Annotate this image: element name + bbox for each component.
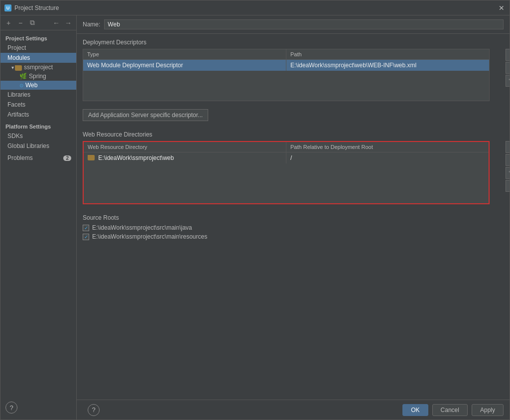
- title-bar-left: U Project Structure: [4, 4, 59, 11]
- add-module-button[interactable]: +: [3, 18, 13, 28]
- deployment-descriptors-table-wrapper: Type Path Web Module Deployment Descript…: [83, 49, 490, 101]
- footer-buttons: OK Cancel Apply: [402, 404, 504, 416]
- sidebar-item-global-libraries[interactable]: Global Libraries: [0, 141, 76, 151]
- web-resource-side-buttons: + − ✎ ?: [506, 141, 510, 192]
- source-root-checkbox-java[interactable]: ✓: [83, 225, 89, 231]
- web-resource-table: Web Resource Directory Path Relative to …: [83, 141, 490, 204]
- source-roots-section: Source Roots ✓ E:\ideaWork\ssmproject\sr…: [77, 209, 510, 247]
- col-path-header: Path: [286, 49, 489, 59]
- problems-label: Problems: [7, 154, 33, 161]
- web-resource-title: Web Resource Directories: [83, 131, 504, 138]
- web-resource-dir-cell: E:\ideaWork\ssmproject\web: [84, 152, 286, 163]
- sidebar-toolbar: + − ⧉ ← →: [0, 15, 76, 30]
- col-type-header: Type: [83, 49, 286, 59]
- footer: ? OK Cancel Apply: [77, 400, 510, 420]
- content-area: + − ⧉ ← → Project Settings Project Modul…: [0, 15, 510, 420]
- sidebar-item-libraries-label: Libraries: [7, 91, 30, 98]
- apply-button[interactable]: Apply: [472, 404, 504, 416]
- title-bar: U Project Structure ✕: [0, 0, 510, 15]
- sidebar-help-button[interactable]: ?: [5, 402, 17, 414]
- remove-web-resource-btn[interactable]: −: [506, 154, 510, 166]
- platform-settings-label: Platform Settings: [0, 120, 76, 131]
- forward-button[interactable]: →: [63, 18, 73, 28]
- main-panel: Name: Deployment Descriptors Type Path: [77, 15, 510, 420]
- sidebar-nav: Project Settings Project Modules ▾ ssmpr…: [0, 30, 76, 396]
- sidebar-item-project-label: Project: [7, 44, 26, 51]
- project-settings-label: Project Settings: [0, 32, 76, 43]
- sidebar-item-libraries[interactable]: Libraries: [0, 90, 76, 100]
- checkmark-java: ✓: [84, 225, 88, 231]
- app-icon: U: [4, 4, 11, 11]
- web-resource-row[interactable]: E:\ideaWork\ssmproject\web /: [84, 152, 489, 163]
- spring-icon: 🌿: [19, 73, 27, 80]
- folder-icon: [15, 65, 22, 71]
- deployment-side-buttons: + − ✎: [506, 49, 510, 87]
- source-root-row-java: ✓ E:\ideaWork\ssmproject\src\main\java: [83, 224, 504, 231]
- name-input[interactable]: [104, 19, 504, 29]
- cancel-button[interactable]: Cancel: [432, 404, 468, 416]
- add-app-server-descriptor-button[interactable]: Add Application Server specific descript…: [83, 109, 208, 121]
- ok-button[interactable]: OK: [402, 404, 428, 416]
- close-button[interactable]: ✕: [498, 4, 506, 12]
- title-bar-right: ✕: [498, 4, 506, 12]
- add-descriptor-btn[interactable]: +: [506, 49, 510, 61]
- tree-node-ssmproject-label: ssmproject: [24, 64, 53, 71]
- source-root-label-resources: E:\ideaWork\ssmproject\src\main\resource…: [92, 233, 207, 240]
- edit-descriptor-btn[interactable]: ✎: [506, 75, 510, 87]
- tree-node-web-label: Web: [25, 82, 37, 89]
- copy-module-button[interactable]: ⧉: [27, 18, 37, 28]
- sidebar-item-project[interactable]: Project: [0, 43, 76, 53]
- source-roots-title: Source Roots: [83, 214, 504, 221]
- window-title: Project Structure: [14, 4, 59, 11]
- sidebar-item-sdks[interactable]: SDKs: [0, 131, 76, 141]
- checkmark-resources: ✓: [84, 234, 88, 240]
- help-web-resource-btn[interactable]: ?: [506, 180, 510, 192]
- source-root-label-java: E:\ideaWork\ssmproject\src\main\java: [92, 224, 192, 231]
- add-web-resource-btn[interactable]: +: [506, 141, 510, 153]
- edit-web-resource-btn[interactable]: ✎: [506, 167, 510, 179]
- deployment-descriptors-table: Type Path Web Module Deployment Descript…: [83, 49, 490, 101]
- remove-module-button[interactable]: −: [15, 18, 25, 28]
- sidebar-item-modules-label: Modules: [7, 54, 30, 61]
- sidebar-item-artifacts[interactable]: Artifacts: [0, 110, 76, 120]
- source-root-checkbox-resources[interactable]: ✓: [83, 234, 89, 240]
- tree-node-ssmproject[interactable]: ▾ ssmproject: [0, 63, 76, 72]
- sidebar-item-global-libraries-label: Global Libraries: [7, 142, 49, 149]
- sidebar-item-facets[interactable]: Facets: [0, 100, 76, 110]
- sidebar-item-sdks-label: SDKs: [7, 133, 23, 140]
- col-web-dir-header: Web Resource Directory: [84, 142, 286, 152]
- web-module-icon: ⊙: [19, 83, 23, 88]
- folder-icon: [88, 155, 95, 160]
- descriptor-path-cell: E:\ideaWork\ssmproject\web\WEB-INF\web.x…: [286, 60, 489, 71]
- main-content: Deployment Descriptors Type Path Web Mod…: [77, 34, 510, 400]
- web-resource-table-wrapper: Web Resource Directory Path Relative to …: [83, 141, 490, 204]
- sidebar-item-facets-label: Facets: [7, 101, 25, 108]
- descriptor-type-cell: Web Module Deployment Descriptor: [83, 60, 286, 71]
- sidebar-item-modules[interactable]: Modules: [0, 53, 76, 63]
- tree-node-spring[interactable]: 🌿 Spring: [0, 72, 76, 81]
- name-label: Name:: [83, 21, 100, 28]
- remove-descriptor-btn[interactable]: −: [506, 62, 510, 74]
- deployment-descriptors-title: Deployment Descriptors: [83, 39, 504, 46]
- sidebar-item-artifacts-label: Artifacts: [7, 111, 29, 118]
- problems-badge: 2: [63, 155, 71, 161]
- table-header-web-resource: Web Resource Directory Path Relative to …: [84, 142, 489, 152]
- footer-help-button[interactable]: ?: [88, 404, 100, 416]
- back-button[interactable]: ←: [51, 18, 61, 28]
- tree-node-web[interactable]: ⊙ Web: [0, 81, 76, 90]
- project-structure-window: U Project Structure ✕ + − ⧉ ← → Project …: [0, 0, 510, 420]
- web-resource-directories-section: Web Resource Directories Web Resource Di…: [77, 126, 510, 209]
- expand-arrow: ▾: [11, 65, 14, 70]
- table-header-deployment: Type Path: [83, 49, 489, 60]
- web-resource-relative-path-cell: /: [286, 152, 489, 163]
- deployment-descriptor-row[interactable]: Web Module Deployment Descriptor E:\idea…: [83, 60, 489, 71]
- deployment-descriptors-section: Deployment Descriptors Type Path Web Mod…: [77, 34, 510, 126]
- sidebar: + − ⧉ ← → Project Settings Project Modul…: [0, 15, 77, 420]
- name-row: Name:: [77, 15, 510, 34]
- sidebar-item-problems[interactable]: Problems 2: [0, 153, 76, 163]
- tree-node-spring-label: Spring: [29, 73, 46, 80]
- source-root-row-resources: ✓ E:\ideaWork\ssmproject\src\main\resour…: [83, 233, 504, 240]
- col-relative-path-header: Path Relative to Deployment Root: [286, 142, 489, 152]
